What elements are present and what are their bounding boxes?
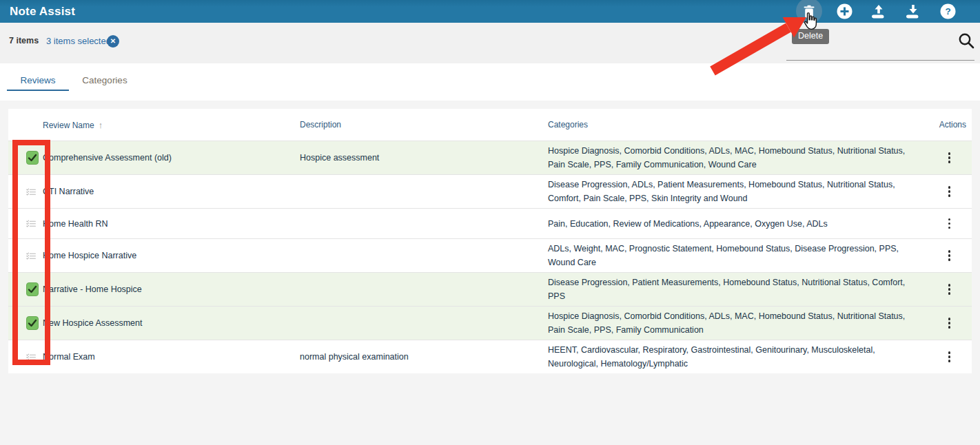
download-icon <box>905 4 921 19</box>
table-row[interactable]: CTI Narrative Disease Progression, ADLs,… <box>8 174 972 208</box>
review-name: Normal Exam <box>43 352 300 362</box>
review-name: Comprehensive Assessment (old) <box>43 153 300 163</box>
upload-button[interactable] <box>867 0 890 23</box>
review-name: Narrative - Home Hospice <box>43 284 300 294</box>
search-input[interactable] <box>786 60 974 61</box>
row-actions-menu[interactable] <box>942 347 957 366</box>
table-row[interactable]: Narrative - Home Hospice Disease Progres… <box>8 272 972 306</box>
table-row[interactable]: Home Hospice Narrative ADLs, Weight, MAC… <box>8 238 972 272</box>
row-checkbox[interactable] <box>26 151 39 165</box>
checklist-icon[interactable] <box>26 218 36 229</box>
column-header-categories[interactable]: Categories <box>548 120 934 130</box>
review-categories: Disease Progression, ADLs, Patient Measu… <box>548 175 934 208</box>
upload-icon <box>870 4 887 19</box>
delete-button[interactable] <box>797 0 821 23</box>
checklist-icon[interactable] <box>26 351 36 363</box>
review-categories: Disease Progression, Patient Measurement… <box>548 273 934 306</box>
trash-icon <box>803 5 815 19</box>
review-name: New Hospice Assessment <box>43 318 300 328</box>
checklist-icon[interactable] <box>26 250 36 262</box>
search-icon <box>957 32 975 50</box>
svg-text:?: ? <box>945 6 950 17</box>
download-button[interactable] <box>901 0 925 23</box>
column-header-review-name[interactable]: Review Name↑ <box>43 120 300 130</box>
page-title: Note Assist <box>10 0 75 23</box>
note-assist-window: Note Assist <box>0 0 980 445</box>
row-actions-menu[interactable] <box>942 246 957 265</box>
review-name: CTI Narrative <box>43 187 300 196</box>
review-categories: Hospice Diagnosis, Comorbid Conditions, … <box>548 141 934 174</box>
checkmark-icon <box>27 284 38 295</box>
items-count: 7 items <box>9 36 39 45</box>
help-button[interactable]: ? <box>936 0 959 23</box>
checkmark-icon <box>27 152 38 163</box>
reviews-table: Review Name↑ Description Categories Acti… <box>8 109 972 373</box>
review-description: Hospice assessment <box>300 153 548 163</box>
review-categories: HEENT, Cardiovascular, Respiratory, Gast… <box>548 340 934 373</box>
table-row[interactable]: Home Health RN Pain, Education, Review o… <box>8 208 972 238</box>
question-circle-icon: ? <box>940 3 956 19</box>
review-categories: Pain, Education, Review of Medications, … <box>548 214 934 234</box>
row-checkbox[interactable] <box>26 282 39 296</box>
table-row[interactable]: Comprehensive Assessment (old) Hospice a… <box>8 141 972 174</box>
tab-bar: Reviews Categories <box>0 63 980 101</box>
plus-circle-icon <box>837 3 853 19</box>
column-header-description[interactable]: Description <box>300 120 548 130</box>
row-actions-menu[interactable] <box>942 313 957 333</box>
tab-categories[interactable]: Categories <box>73 63 136 92</box>
row-actions-menu[interactable] <box>942 148 957 167</box>
table-row[interactable]: New Hospice Assessment Hospice Diagnosis… <box>8 306 972 340</box>
title-bar: Note Assist <box>0 0 980 23</box>
review-categories: ADLs, Weight, MAC, Prognostic Statement,… <box>548 239 934 272</box>
close-icon: ✕ <box>110 37 116 45</box>
row-actions-menu[interactable] <box>942 280 957 299</box>
column-header-actions: Actions <box>934 120 972 130</box>
checkmark-icon <box>27 318 38 329</box>
selected-count: 3 items selected <box>46 36 111 46</box>
row-actions-menu[interactable] <box>942 182 957 201</box>
review-categories: Hospice Diagnosis, Comorbid Conditions, … <box>548 307 934 340</box>
content-area: Review Name↑ Description Categories Acti… <box>0 101 980 445</box>
selection-toolbar: 7 items 3 items selected ✕ <box>0 23 980 63</box>
review-description: normal physical examination <box>300 352 548 362</box>
review-name: Home Health RN <box>43 219 300 229</box>
table-header-row: Review Name↑ Description Categories Acti… <box>8 109 972 141</box>
checklist-icon[interactable] <box>26 186 36 198</box>
delete-tooltip: Delete <box>792 29 829 44</box>
add-button[interactable] <box>833 0 856 23</box>
sort-ascending-icon: ↑ <box>99 120 103 130</box>
row-actions-menu[interactable] <box>942 214 957 234</box>
clear-selection-button[interactable]: ✕ <box>107 35 119 48</box>
review-name: Home Hospice Narrative <box>43 251 300 260</box>
row-checkbox[interactable] <box>26 316 39 330</box>
search-button[interactable] <box>957 32 976 51</box>
tab-reviews[interactable]: Reviews <box>7 63 69 91</box>
table-row[interactable]: Normal Exam normal physical examination … <box>8 340 972 373</box>
